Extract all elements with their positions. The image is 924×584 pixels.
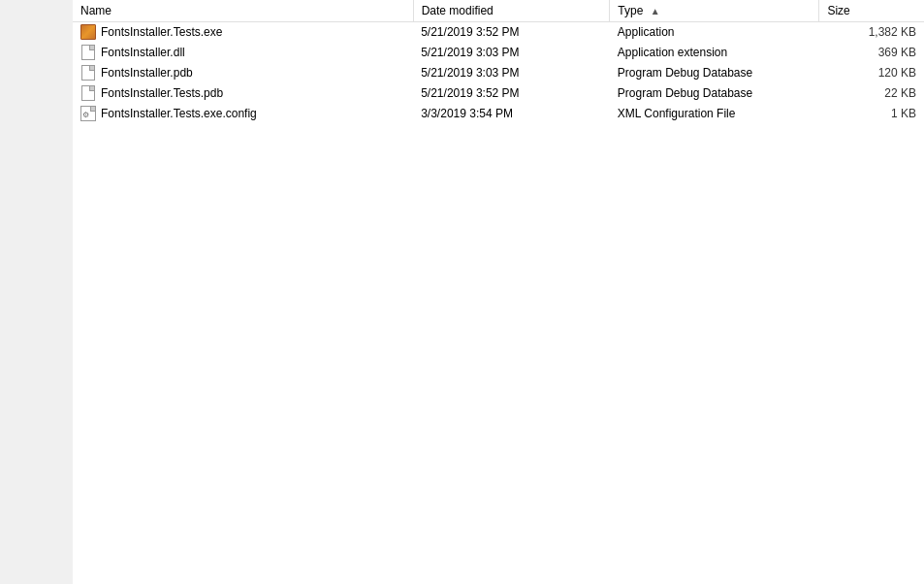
file-list-container: Name Date modified Type ▲ Size FontsI xyxy=(73,0,924,584)
pdb-icon xyxy=(80,65,96,81)
dll-icon xyxy=(80,45,96,60)
table-header-row: Name Date modified Type ▲ Size xyxy=(73,0,924,22)
table-row[interactable]: FontsInstaller.pdb5/21/2019 3:03 PMProgr… xyxy=(73,63,924,83)
file-name-cell: FontsInstaller.pdb xyxy=(73,63,413,83)
file-name-container: FontsInstaller.Tests.exe xyxy=(80,24,405,40)
file-name-cell: ⚙FontsInstaller.Tests.exe.config xyxy=(73,104,413,124)
file-date-cell: 5/21/2019 3:03 PM xyxy=(413,63,610,83)
file-type-cell: Application extension xyxy=(610,43,819,63)
file-list-body: FontsInstaller.Tests.exe5/21/2019 3:52 P… xyxy=(73,22,924,124)
file-name-text: FontsInstaller.Tests.exe xyxy=(101,25,222,39)
file-date-cell: 5/21/2019 3:52 PM xyxy=(413,83,610,104)
file-date-cell: 5/21/2019 3:03 PM xyxy=(413,43,610,63)
file-type-cell: Application xyxy=(610,22,819,43)
col-name-label: Name xyxy=(80,4,112,17)
main-content: Name Date modified Type ▲ Size FontsI xyxy=(73,0,924,584)
file-name-container: FontsInstaller.dll xyxy=(80,45,405,60)
file-size-cell: 1,382 KB xyxy=(819,22,924,43)
file-name-container: FontsInstaller.pdb xyxy=(80,65,405,81)
file-name-text: FontsInstaller.dll xyxy=(101,46,185,59)
exe-icon xyxy=(80,24,96,40)
col-header-name[interactable]: Name xyxy=(73,0,413,22)
file-type-cell: Program Debug Database xyxy=(610,63,819,83)
file-date-cell: 3/3/2019 3:54 PM xyxy=(413,104,610,124)
table-row[interactable]: FontsInstaller.Tests.pdb5/21/2019 3:52 P… xyxy=(73,83,924,104)
file-size-cell: 369 KB xyxy=(819,43,924,63)
file-size-cell: 1 KB xyxy=(819,104,924,124)
config-icon: ⚙ xyxy=(80,106,96,121)
col-header-size[interactable]: Size xyxy=(819,0,924,22)
file-size-cell: 120 KB xyxy=(819,63,924,83)
table-row[interactable]: ⚙FontsInstaller.Tests.exe.config3/3/2019… xyxy=(73,104,924,124)
file-type-cell: Program Debug Database xyxy=(610,83,819,104)
sidebar xyxy=(0,0,73,584)
table-row[interactable]: FontsInstaller.Tests.exe5/21/2019 3:52 P… xyxy=(73,22,924,43)
file-name-container: ⚙FontsInstaller.Tests.exe.config xyxy=(80,106,405,121)
file-name-cell: FontsInstaller.Tests.exe xyxy=(73,22,413,43)
file-table: Name Date modified Type ▲ Size FontsI xyxy=(73,0,924,124)
col-header-date[interactable]: Date modified xyxy=(413,0,610,22)
file-name-cell: FontsInstaller.Tests.pdb xyxy=(73,83,413,104)
table-row[interactable]: FontsInstaller.dll5/21/2019 3:03 PMAppli… xyxy=(73,43,924,63)
file-name-text: FontsInstaller.pdb xyxy=(101,66,193,80)
col-date-label: Date modified xyxy=(422,4,494,17)
pdb-icon xyxy=(80,85,96,101)
col-header-type[interactable]: Type ▲ xyxy=(610,0,819,22)
file-date-cell: 5/21/2019 3:52 PM xyxy=(413,22,610,43)
sort-arrow-type: ▲ xyxy=(651,6,660,16)
file-name-container: FontsInstaller.Tests.pdb xyxy=(80,85,405,101)
file-name-cell: FontsInstaller.dll xyxy=(73,43,413,63)
file-type-cell: XML Configuration File xyxy=(610,104,819,124)
col-size-label: Size xyxy=(827,4,849,17)
col-type-label: Type xyxy=(618,4,643,17)
file-name-text: FontsInstaller.Tests.pdb xyxy=(101,86,223,100)
file-name-text: FontsInstaller.Tests.exe.config xyxy=(101,107,257,120)
file-size-cell: 22 KB xyxy=(819,83,924,104)
